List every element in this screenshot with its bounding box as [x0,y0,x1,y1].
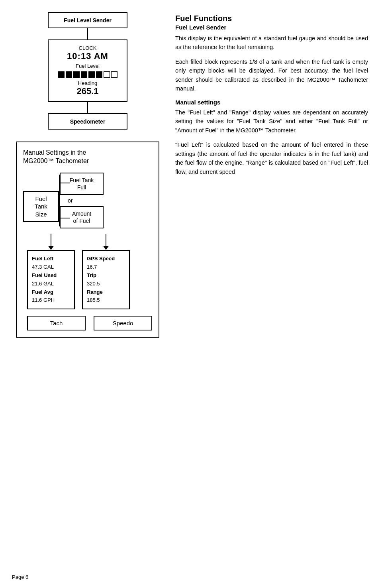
fuel-block-2 [66,71,72,78]
bottom-boxes-row: Tach Speedo [23,316,152,330]
fuel-block-1 [58,71,65,78]
heading-label: Heading [53,80,123,86]
result-left-l1: Fuel Left [32,256,53,262]
fuel-tank-full-box: Fuel TankFull [60,173,104,195]
result-right-l2: 16.7 [87,264,97,270]
speedometer-title: Speedometer [70,118,106,125]
fuel-blocks [53,71,123,78]
speedo-box: Speedo [94,316,152,330]
manual-settings-title: Manual Settings in the MG2000™ Tachomete… [23,149,152,165]
result-left-l2: 47.3 GAL [32,264,54,270]
section2-subtitle: Manual settings [175,99,368,106]
result-right-l5: Range [87,289,103,295]
result-box-left: Fuel Left 47.3 GAL Fuel Used 21.6 GAL Fu… [27,250,75,309]
result-left-l6: 11.6 GPH [32,297,55,303]
arrow-head-right [103,246,109,250]
result-left-l4: 21.6 GAL [32,281,54,287]
left-column: Fuel Level Sender CLOCK 10:13 AM Fuel Le… [12,12,163,338]
arrow-col-left: Fuel Left 47.3 GAL Fuel Used 21.6 GAL Fu… [27,234,75,309]
arrow-line-left [51,234,51,246]
flowchart-row: FuelTankSize [23,173,152,229]
speedometer-box: Speedometer [48,113,127,130]
section1-para1: This display is the equivalent of a stan… [175,34,368,52]
result-right-l1: GPS Speed [87,256,115,262]
amount-of-fuel-label: Amountof Fuel [72,210,91,224]
section2-para2: "Fuel Left" is calculated based on the a… [175,140,368,176]
result-box-right: GPS Speed 16.7 Trip 320.5 Range 185.5 [82,250,130,309]
result-right-l3: Trip [87,272,96,278]
main-title: Fuel Functions [175,14,368,23]
section1-subtitle: Fuel Level Sender [175,24,368,31]
fuel-tank-full-label: Fuel TankFull [70,177,94,191]
result-left-l3: Fuel Used [32,272,57,278]
or-label: or [68,197,104,204]
fuel-block-3 [73,71,80,78]
section1-para2: Each filled block represents 1/8 of a ta… [175,57,368,93]
connector-line-2 [87,102,88,113]
result-right-l6: 185.5 [87,297,100,303]
fuel-level-label: Fuel Level [53,63,123,69]
section2-para1: The "Fuel Left" and "Range" display valu… [175,108,368,135]
h-bracket-top [59,183,70,183]
arrow-line-right [106,234,106,246]
fuel-block-4 [81,71,87,78]
fuel-block-8 [111,71,118,78]
arrow-col-right: GPS Speed 16.7 Trip 320.5 Range 185.5 [82,234,130,309]
clock-time: 10:13 AM [53,51,123,61]
connector-line-1 [87,28,88,39]
heading-value: 265.1 [53,86,123,96]
fuel-tank-size-box: FuelTankSize [23,191,59,222]
speedo-label: Speedo [113,320,133,326]
tach-box: Tach [27,316,86,330]
result-right-l4: 320.5 [87,281,100,287]
clock-display-box: CLOCK 10:13 AM Fuel Level Heading 265.1 [48,39,127,102]
fuel-block-6 [96,71,102,78]
result-left-l5: Fuel Avg [32,289,53,295]
manual-settings-diagram: Manual Settings in the MG2000™ Tachomete… [16,142,159,338]
h-bracket-bottom [59,218,70,218]
fuel-block-5 [88,71,95,78]
bracket [59,175,60,226]
right-column: Fuel Functions Fuel Level Sender This di… [175,12,368,338]
fuel-level-sender-title: Fuel Level Sender [64,17,112,24]
clock-label: CLOCK [53,45,123,51]
right-branches: Fuel TankFull or Amountof Fuel [60,173,104,229]
page-number: Page 6 [12,574,28,580]
fuel-block-7 [104,71,110,78]
arrows-section: Fuel Left 47.3 GAL Fuel Used 21.6 GAL Fu… [23,234,152,309]
fuel-tank-size-label: FuelTankSize [35,195,47,218]
fuel-level-sender-box: Fuel Level Sender [48,12,127,28]
fuel-tank-full-row: Fuel TankFull [60,173,104,195]
v-bracket-line [59,175,60,226]
arrow-head-left [48,246,54,250]
tach-label: Tach [50,320,63,326]
